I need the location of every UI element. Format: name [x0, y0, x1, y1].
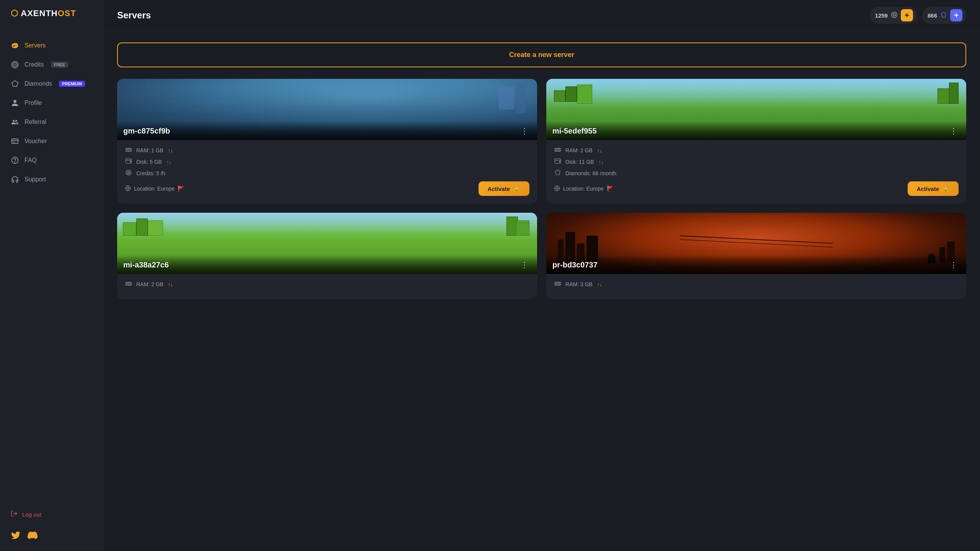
- diamonds-chip-icon: [940, 11, 947, 20]
- sidebar-item-servers[interactable]: Servers: [0, 36, 103, 55]
- activate-label-gm: Activate: [488, 186, 510, 192]
- navigation: Servers Credits FREE Diamonds PREMIUM Pr…: [0, 29, 103, 504]
- logo-highlight: OST: [58, 8, 76, 18]
- server-stat-cost-mi5e: Diamonds: 66 /month: [554, 169, 959, 178]
- ram-icon-mi5e: [554, 146, 562, 155]
- location-text-mi5e: Location: Europe: [563, 186, 604, 192]
- flag-icon-mi5e: 🚩: [607, 186, 613, 192]
- twitter-icon[interactable]: [11, 530, 21, 543]
- sort-arrows-ram-mi5e: ↑↓: [597, 148, 602, 153]
- credits-icon: [11, 60, 19, 69]
- svg-rect-32: [555, 148, 561, 152]
- ram-label-mi5e: RAM: 2 GB: [565, 147, 593, 153]
- server-stat-disk-gm: Disk: 5 GB ↑↓: [125, 158, 529, 166]
- server-footer-mi5e: Location: Europe 🚩 Activate 🔒: [554, 181, 959, 196]
- diamonds-chip-count: 866: [928, 12, 937, 19]
- discord-icon[interactable]: [28, 530, 38, 543]
- location-stat-mi5e: Location: Europe 🚩: [554, 185, 613, 192]
- sort-arrows-disk-gm: ↑↓: [167, 159, 172, 165]
- server-stat-ram-prbd: RAM: 3 GB ↑↓: [554, 280, 959, 289]
- svg-point-29: [128, 172, 129, 173]
- person-icon: [11, 99, 19, 107]
- lock-icon-mi5e: 🔒: [942, 185, 949, 192]
- disk-icon-gm: [125, 158, 132, 166]
- main-content: Servers 1259 + 866 + Create a new server: [103, 0, 980, 551]
- globe-icon-mi5e: [554, 185, 560, 192]
- logout-label: Log out: [22, 511, 41, 518]
- svg-line-56: [680, 236, 833, 243]
- server-name-prbd: pr-bd3c0737: [552, 261, 598, 269]
- sidebar-item-referral-label: Referral: [24, 119, 46, 126]
- servers-content: Create a new server gm-c875cf9b ⋮: [103, 31, 980, 551]
- svg-point-26: [130, 161, 131, 162]
- servers-grid: gm-c875cf9b ⋮ RAM: 1 GB ↑↓: [117, 79, 966, 299]
- people-icon: [11, 118, 19, 126]
- server-stat-disk-mi5e: Disk: 11 GB ↑↓: [554, 158, 959, 166]
- social-links: [0, 525, 103, 551]
- server-menu-gm[interactable]: ⋮: [518, 126, 531, 135]
- sidebar-item-voucher-label: Voucher: [24, 138, 47, 145]
- add-diamonds-button[interactable]: +: [950, 9, 962, 21]
- server-card-pr-bd3c0737: pr-bd3c0737 ⋮ RAM: 3 GB ↑↓: [546, 213, 966, 299]
- diamonds-chip: 866 +: [922, 7, 966, 24]
- logout-icon: [11, 510, 18, 519]
- server-card-gm-c875cf9b: gm-c875cf9b ⋮ RAM: 1 GB ↑↓: [117, 79, 537, 204]
- sidebar-item-support[interactable]: Support: [0, 170, 103, 189]
- server-name-mia3: mi-a38a27c6: [123, 261, 169, 269]
- sort-arrows-ram-prbd: ↑↓: [597, 282, 602, 287]
- logo: ⬡ AXENTHOST: [11, 8, 92, 18]
- topbar-right: 1259 + 866 +: [870, 7, 966, 24]
- svg-line-57: [680, 240, 833, 247]
- svg-point-13: [893, 14, 895, 15]
- ram-label-prbd: RAM: 3 GB: [565, 281, 593, 287]
- sort-arrows-ram-gm: ↑↓: [168, 148, 173, 153]
- sidebar-item-servers-label: Servers: [24, 42, 46, 49]
- ram-label-gm: RAM: 1 GB: [136, 147, 163, 153]
- svg-point-2: [14, 64, 15, 65]
- sidebar-item-diamonds-label: Diamonds: [24, 80, 52, 87]
- sidebar-item-referral[interactable]: Referral: [0, 113, 103, 131]
- disk-label-mi5e: Disk: 11 GB: [565, 159, 594, 165]
- disk-icon-mi5e: [554, 158, 562, 166]
- create-server-button[interactable]: Create a new server: [117, 42, 966, 67]
- question-icon: [11, 156, 19, 165]
- server-stat-ram-mi5e: RAM: 2 GB ↑↓: [554, 146, 959, 155]
- server-name-gm: gm-c875cf9b: [123, 127, 170, 135]
- sort-arrows-ram-mia3: ↑↓: [168, 282, 173, 287]
- headphone-icon: [11, 175, 19, 184]
- server-stat-ram-gm: RAM: 1 GB ↑↓: [125, 146, 529, 155]
- svg-rect-47: [126, 282, 132, 285]
- server-menu-mia3[interactable]: ⋮: [518, 260, 531, 269]
- server-body-mi5e: RAM: 2 GB ↑↓ Disk: 11 GB ↑↓: [546, 140, 966, 204]
- sidebar-item-voucher[interactable]: Voucher: [0, 132, 103, 150]
- server-stat-cost-gm: Credits: 5 /h: [125, 169, 529, 178]
- logo-area: ⬡ AXENTHOST: [0, 0, 103, 29]
- svg-rect-58: [555, 282, 561, 285]
- sidebar-item-profile[interactable]: Profile: [0, 94, 103, 112]
- svg-rect-15: [126, 148, 132, 152]
- server-card-mi-5edef955: mi-5edef955 ⋮ RAM: 2 GB ↑↓: [546, 79, 966, 204]
- diamonds-cost-icon-mi5e: [554, 169, 562, 178]
- ram-icon-prbd: [554, 280, 562, 289]
- add-credits-button[interactable]: +: [901, 9, 913, 21]
- activate-button-gm[interactable]: Activate 🔒: [479, 181, 529, 196]
- sidebar-item-faq[interactable]: FAQ: [0, 151, 103, 170]
- credits-chip: 1259 +: [870, 7, 917, 24]
- gamepad-icon: [11, 41, 19, 50]
- sidebar-item-profile-label: Profile: [24, 99, 42, 106]
- sidebar-item-credits[interactable]: Credits FREE: [0, 55, 103, 74]
- activate-button-mi5e[interactable]: Activate 🔒: [908, 181, 959, 196]
- server-menu-prbd[interactable]: ⋮: [947, 260, 960, 269]
- flag-icon-gm: 🚩: [178, 186, 184, 192]
- svg-marker-44: [555, 170, 560, 175]
- voucher-icon: [11, 137, 19, 145]
- server-menu-mi5e[interactable]: ⋮: [947, 126, 960, 135]
- svg-rect-4: [12, 139, 18, 143]
- logout-button[interactable]: Log out: [0, 504, 103, 525]
- sidebar-item-credits-label: Credits: [24, 61, 44, 68]
- sidebar-item-faq-label: FAQ: [24, 157, 37, 164]
- sidebar: ⬡ AXENTHOST Servers Credits FREE Diamond…: [0, 0, 103, 551]
- server-stat-ram-mia3: RAM: 2 GB ↑↓: [125, 280, 529, 289]
- lock-icon-gm: 🔒: [513, 185, 520, 192]
- sidebar-item-diamonds[interactable]: Diamonds PREMIUM: [0, 75, 103, 93]
